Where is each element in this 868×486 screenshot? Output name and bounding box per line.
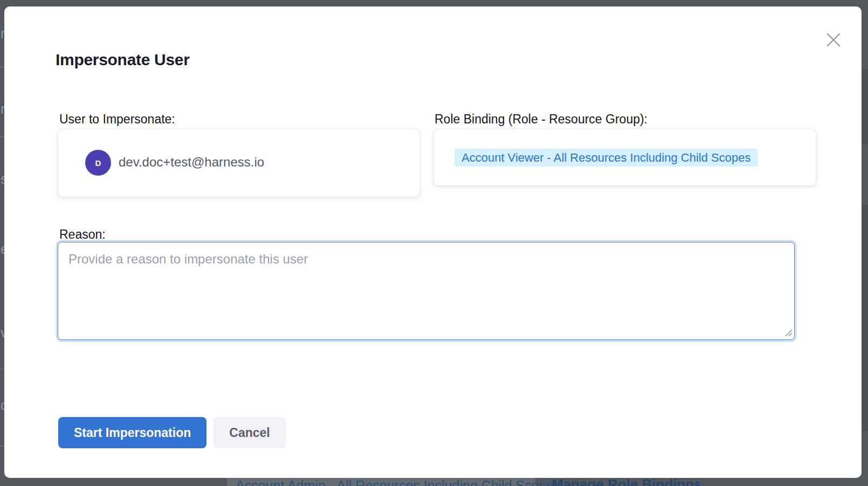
- start-impersonation-button[interactable]: Start Impersonation: [58, 417, 206, 448]
- bg-separator: |: [699, 477, 702, 486]
- bg-divider: [0, 66, 4, 67]
- bg-role-tag-label: Account Admin - All Resources Including …: [236, 478, 561, 486]
- modal-actions: Start Impersonation Cancel: [58, 417, 286, 448]
- user-card: D dev.doc+test@harness.io: [58, 129, 419, 197]
- bg-separator: |: [543, 477, 547, 486]
- page-title: Impersonate User: [56, 51, 190, 69]
- bg-divider: [0, 446, 4, 447]
- bg-scrollbar-fragment: [862, 69, 868, 144]
- role-binding-card: Account Viewer - All Resources Including…: [434, 129, 816, 185]
- user-to-impersonate-label: User to Impersonate:: [59, 112, 175, 127]
- avatar: D: [85, 150, 111, 176]
- close-icon-glyph: [825, 32, 842, 48]
- bg-divider: [0, 369, 4, 370]
- user-email: dev.doc+test@harness.io: [119, 155, 264, 170]
- close-icon[interactable]: [822, 28, 845, 52]
- reason-label: Reason:: [59, 227, 106, 242]
- cancel-button[interactable]: Cancel: [213, 417, 285, 448]
- role-binding-label: Role Binding (Role - Resource Group):: [435, 112, 647, 127]
- screen: r r s e ve ct Account Admin - All Resour…: [0, 0, 868, 486]
- reason-input[interactable]: [58, 242, 795, 340]
- role-binding-chip[interactable]: Account Viewer - All Resources Including…: [454, 149, 757, 166]
- bg-scrollbar-fragment: [862, 205, 868, 431]
- impersonate-user-modal: Impersonate User User to Impersonate: D …: [4, 6, 862, 478]
- bg-divider: [0, 136, 4, 137]
